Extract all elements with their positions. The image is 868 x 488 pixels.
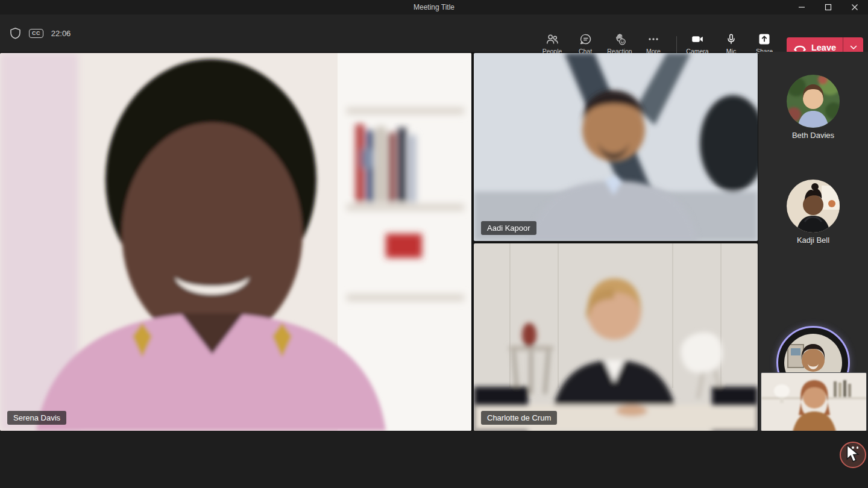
- chevron-down-icon: [850, 45, 857, 50]
- participant-name: Kadji Bell: [758, 236, 868, 245]
- avatar-kadji-bell[interactable]: [787, 180, 840, 233]
- mic-icon: [725, 33, 738, 45]
- aadi-video-image: [474, 53, 758, 241]
- minimize-icon: [798, 4, 805, 11]
- beth-avatar-image: [787, 75, 840, 128]
- video-name-label: Aadi Kapoor: [481, 221, 536, 235]
- more-icon: [647, 33, 660, 45]
- close-button[interactable]: [841, 0, 868, 14]
- meeting-info: CC 22:06: [10, 14, 71, 52]
- video-tile-charlotte-de-crum[interactable]: Charlotte de Crum: [474, 243, 758, 431]
- meeting-toolbar: CC 22:06 People Chat: [0, 14, 868, 52]
- leave-label: Leave: [811, 43, 836, 52]
- camera-icon: [691, 33, 704, 45]
- self-view-image: [761, 373, 867, 431]
- maximize-button[interactable]: [815, 0, 841, 14]
- meeting-timer: 22:06: [51, 29, 71, 38]
- video-name-label: Serena Davis: [7, 411, 66, 425]
- reaction-icon: [613, 33, 626, 45]
- minimize-button[interactable]: [788, 0, 815, 14]
- hangup-icon: [793, 43, 807, 52]
- close-icon: [851, 4, 858, 11]
- serena-video-image: [0, 53, 471, 431]
- window-controls: [788, 0, 868, 14]
- window-title: Meeting Title: [414, 3, 454, 11]
- maximize-icon: [825, 4, 832, 11]
- video-name-label: Charlotte de Crum: [481, 411, 557, 425]
- self-view-video[interactable]: [761, 372, 867, 431]
- chat-icon: [579, 33, 592, 45]
- participant-name: Beth Davies: [758, 131, 868, 140]
- avatar-beth-davies[interactable]: [787, 75, 840, 128]
- mouse-cursor: [845, 445, 861, 464]
- video-tile-serena-davis[interactable]: Serena Davis: [0, 53, 471, 431]
- window-titlebar: Meeting Title: [0, 0, 868, 14]
- live-captions-bar: Babak S: So what did you all think of to…: [0, 431, 868, 488]
- share-icon: [758, 33, 770, 45]
- closed-captions-badge[interactable]: CC: [29, 29, 43, 38]
- shield-icon: [10, 27, 21, 39]
- charlotte-video-image: [474, 243, 758, 431]
- kadji-avatar-image: [787, 180, 840, 233]
- video-tile-aadi-kapoor[interactable]: Aadi Kapoor: [474, 53, 758, 241]
- people-icon: [546, 33, 559, 45]
